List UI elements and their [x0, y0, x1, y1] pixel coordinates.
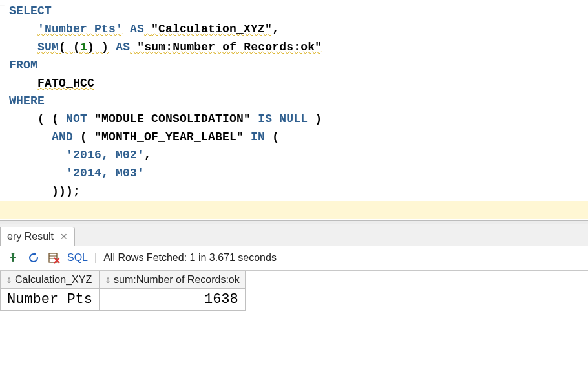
closing-parens: ))); — [52, 183, 80, 201]
num-one: 1 — [80, 39, 87, 57]
pin-icon[interactable] — [5, 250, 21, 266]
column-header-calculation[interactable]: ⇕Calculation_XYZ — [1, 271, 100, 288]
sql-editor[interactable]: SELECT 'Number Pts' AS "Calculation_XYZ"… — [0, 0, 588, 220]
result-table: ⇕Calculation_XYZ ⇕sum:Number of Records:… — [0, 271, 246, 311]
separator: | — [93, 252, 98, 264]
kw-select: SELECT — [9, 3, 52, 21]
table-name: FATO_HCC — [37, 75, 94, 93]
kw-as: AS — [130, 21, 144, 39]
fetch-status: All Rows Fetched: 1 in 3.671 seconds — [103, 252, 277, 264]
table-row[interactable]: Number Pts 1638 — [1, 288, 246, 310]
result-toolbar: SQL | All Rows Fetched: 1 in 3.671 secon… — [0, 246, 588, 271]
sort-icon[interactable]: ⇕ — [6, 276, 12, 285]
alias-calculation: "Calculation_XYZ" — [151, 21, 272, 39]
result-tab-bar: ery Result ✕ — [0, 224, 588, 246]
string-literal: 'Number Pts' — [37, 21, 123, 39]
table-header-row: ⇕Calculation_XYZ ⇕sum:Number of Records:… — [1, 271, 246, 288]
cell-sumrecords: 1638 — [100, 288, 246, 310]
sort-icon[interactable]: ⇕ — [105, 276, 111, 285]
kw-where: WHERE — [9, 92, 45, 110]
kw-not: NOT — [66, 110, 87, 129]
kw-from: FROM — [9, 57, 37, 75]
alias-sumrec: "sum:Number of Records:ok" — [137, 39, 322, 57]
kw-in: IN — [251, 129, 265, 147]
kw-null: NULL — [279, 110, 308, 129]
cell-calculation: Number Pts — [1, 288, 100, 310]
query-result-panel: ery Result ✕ SQL | All Rows Fetched: 1 i… — [0, 224, 588, 311]
delete-row-icon[interactable] — [47, 250, 62, 266]
col-month-of-year: "MONTH_OF_YEAR_LABEL" — [94, 129, 244, 147]
column-header-sumrecords[interactable]: ⇕sum:Number of Records:ok — [100, 271, 246, 288]
refresh-icon[interactable] — [26, 250, 41, 266]
kw-is: IS — [258, 110, 272, 129]
kw-as: AS — [116, 39, 130, 57]
string-literal: '2016, M02' — [66, 147, 144, 165]
tab-query-result[interactable]: ery Result ✕ — [0, 227, 75, 246]
kw-and: AND — [52, 129, 73, 147]
sql-link[interactable]: SQL — [67, 252, 88, 264]
close-icon[interactable]: ✕ — [60, 231, 68, 242]
string-literal: '2014, M03' — [66, 165, 144, 183]
col-module-consolidation: "MODULE_CONSOLIDATION" — [94, 110, 251, 129]
fn-sum: SUM — [37, 39, 59, 57]
tab-label: ery Result — [7, 231, 54, 242]
